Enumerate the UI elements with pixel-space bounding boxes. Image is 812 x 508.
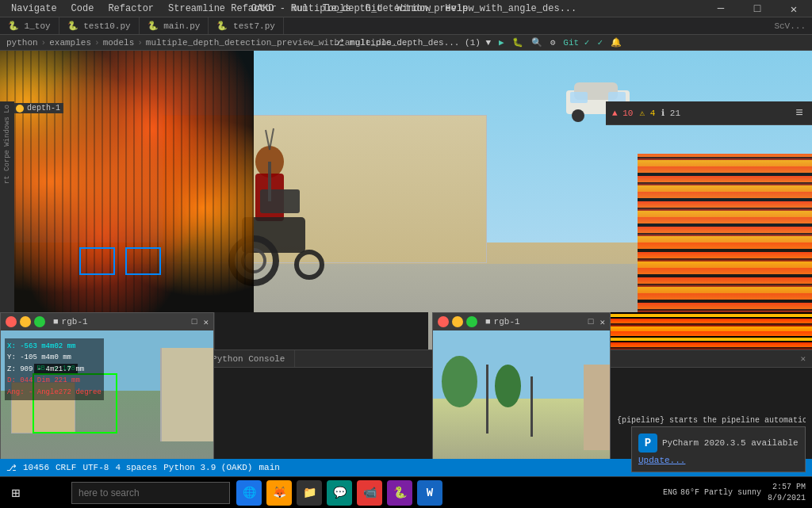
rgb-window-1-titlebar: ■ rgb-1 □ ✕ [1,313,213,330]
minimize-button[interactable]: ─ [703,0,739,17]
warning-area: ▲ 10 ⚠ 4 ℹ 21 ≡ [606,101,812,125]
rgb-window-1: ■ rgb-1 □ ✕ BB: v 108 [0,312,214,476]
maximize-button[interactable]: □ [739,0,776,17]
file-tabs: 🐍 1_toy 🐍 test10.py 🐍 main.py 🐍 test7.py… [0,17,812,35]
sidebar-windows: Windows [3,116,11,147]
rgb1-max-btn[interactable] [34,316,45,327]
sidebar-lo: Lo [3,105,11,113]
pycharm-notif-icon: P [638,434,657,453]
depth-min-btn[interactable] [16,105,24,113]
window-controls: ─ □ ✕ [703,0,812,17]
rgb2-wall [584,365,610,450]
clock-time: 2:57 PM [768,482,806,493]
depth-x: X: -563 m4m02 mm [7,341,102,352]
rgb1-restore[interactable]: □ [192,317,197,327]
rgb2-restore[interactable]: □ [588,317,594,327]
breadcrumb-models[interactable]: models [103,38,135,48]
settings-icon[interactable]: ⚙ [550,37,556,48]
terminal-close[interactable]: ✕ [794,353,812,364]
status-crlf[interactable]: CRLF [56,463,76,472]
chat-icon[interactable]: 💬 [327,480,352,506]
breadcrumb-sep-3: › [137,38,143,48]
bell-icon[interactable]: 🔔 [611,37,622,48]
rgb2-icon: ■ [485,317,491,327]
rgb-window-1-content: BB: v 108 X: -563 m4m02 mm Y: -105 m4m0 … [1,330,213,476]
rgb1-min-btn[interactable] [20,316,31,327]
rgb2-close-btn[interactable] [438,316,449,327]
top-right-controls: ⎇ multiple_depth_des... (1) ▼ ▶ 🐛 🔍 ⚙ Gi… [334,37,622,48]
notif-update-link[interactable]: Update... [638,456,799,465]
rgb-window-2: ■ rgb-1 □ ✕ [432,312,611,476]
status-git-icon: ⎇ [6,463,17,473]
svg-rect-14 [570,92,588,103]
weather-label: 86°F Partly sunny [680,488,761,497]
status-spaces[interactable]: 4 spaces [115,463,157,472]
rgb1-wall [160,348,213,442]
file-tab-test7[interactable]: 🐍 test7.py [209,17,283,34]
menu-refactor[interactable]: Refactor [102,2,160,16]
file-tab-test10[interactable]: 🐍 test10.py [59,17,140,34]
depth-y: Y: -105 m4m0 mm [7,352,102,363]
status-python[interactable]: Python 3.9 (OAKD) [163,463,252,472]
error-count[interactable]: ▲ 10 [612,109,633,118]
menu-bar: Navigate Code Refactor Streamline Refact… [0,0,812,17]
rgb1-camera-feed: BB: v 108 X: -563 m4m02 mm Y: -105 m4m0 … [1,330,213,476]
hamburger-menu[interactable]: ≡ [787,101,812,125]
status-branch[interactable]: main [259,463,279,472]
breadcrumb-examples[interactable]: examples [49,38,91,48]
file-tab-main[interactable]: 🐍 main.py [140,17,209,34]
video-icon[interactable]: 📹 [357,480,382,506]
clock-date: 8/9/2021 [768,493,806,504]
breadcrumb: python › examples › models › multiple_de… [0,35,812,51]
chrome-icon[interactable]: 🌐 [236,480,262,506]
breadcrumb-sep-1: › [41,38,47,48]
language-label[interactable]: ENG [663,488,677,497]
status-encoding[interactable]: UTF-8 [82,463,109,472]
pole-1 [486,365,488,433]
taskbar: ⊞ 🌐 🦊 📁 💬 📹 🐍 W ENG 86°F Partly sunny 2:… [0,476,812,508]
close-button[interactable]: ✕ [776,0,812,17]
notif-title-text: PyCharm 2020.3.5 available [662,438,799,448]
check-mark: ✓ [597,37,603,48]
info-count[interactable]: ℹ 21 [661,108,680,118]
pole-2 [530,376,533,437]
rgb-window-2-titlebar: ■ rgb-1 □ ✕ [433,313,610,330]
menu-code[interactable]: Code [65,2,101,16]
taskbar-system-tray: ENG 86°F Partly sunny [663,488,768,497]
run-icon[interactable]: ▶ [499,37,504,48]
taskbar-search-input[interactable] [71,482,230,504]
rgb1-title: ■ [53,317,59,327]
rgb2-close[interactable]: ✕ [599,317,605,327]
rgb1-close[interactable]: ✕ [203,317,209,327]
debug-icon[interactable]: 🐛 [512,37,523,48]
depth-z: Z: 909 - 4m21.7 mm [7,364,102,375]
start-button[interactable]: ⊞ [0,477,32,509]
git-check-icon: Git ✓ [563,37,589,48]
svg-point-12 [572,109,584,122]
notification-popup: P PyCharm 2020.3.5 available Update... [631,426,806,472]
rgb2-min-btn[interactable] [452,316,463,327]
rgb2-camera-feed [433,330,610,476]
python-console-label: Python Console [212,354,285,364]
pycharm-icon[interactable]: 🐍 [387,480,412,506]
search-icon[interactable]: 🔍 [531,37,542,48]
detection-box-1 [79,247,115,275]
fox-icon[interactable]: 🦊 [266,480,292,506]
sidebar-rtcorpe: rt Corpe [3,150,11,184]
rgb2-max-btn[interactable] [466,316,477,327]
rgb1-title-text: rgb-1 [62,317,88,327]
word-icon[interactable]: W [417,480,442,506]
svg-point-6 [297,252,322,277]
menu-navigate[interactable]: Navigate [5,2,63,16]
breadcrumb-python[interactable]: python [6,38,38,48]
files-icon[interactable]: 📁 [297,480,322,506]
warning-count[interactable]: ⚠ 4 [639,108,655,118]
rgb2-title-text: rgb-1 [494,317,520,327]
taskbar-app-icons: 🌐 🦊 📁 💬 📹 🐍 W [236,480,442,506]
rgb1-close-btn[interactable] [6,316,17,327]
breadcrumb-sep-2: › [94,38,100,48]
file-tab-1toy[interactable]: 🐍 1_toy [0,17,59,34]
status-line-col[interactable]: 10456 [23,463,49,472]
main-area: depth-1 ▲ 10 ⚠ 4 ℹ 21 ≡ ■ rgb-1 □ ✕ [0,51,812,476]
git-dropdown[interactable]: ⎇ multiple_depth_des... (1) ▼ [334,37,491,48]
